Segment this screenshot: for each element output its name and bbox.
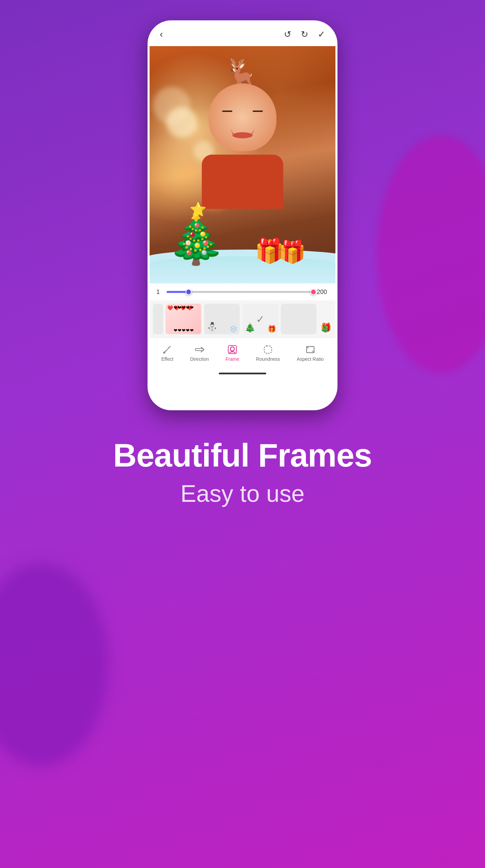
roundness-icon xyxy=(263,344,273,355)
back-button[interactable]: ‹ xyxy=(160,29,163,40)
hearts-row-top: ❤❤❤❤❤ xyxy=(167,305,201,310)
frame-label: Frame xyxy=(226,356,239,362)
svg-point-3 xyxy=(169,347,170,348)
bg-blob-left xyxy=(0,563,109,766)
christmas-tree-sticker: 🎄 xyxy=(167,216,226,263)
bg-blob-right xyxy=(376,136,485,373)
photo-area: 🦌 🎄 ⭐ 🎁 xyxy=(150,46,335,283)
right-eye xyxy=(253,111,263,112)
right-action-icons: ↺ ↻ ✓ xyxy=(284,29,325,40)
sub-title: Easy to use xyxy=(113,480,372,507)
hearts-row-bottom: ❤❤❤❤❤ xyxy=(167,328,201,333)
corner-tree-bottom-left: 🎁 xyxy=(321,322,331,333)
star-icon: ⭐ xyxy=(190,201,207,217)
frame-corner[interactable]: 🎄 🎁 xyxy=(319,304,335,334)
phone-top-bar: ‹ ↺ ↻ ✓ xyxy=(150,22,335,46)
svg-point-6 xyxy=(230,347,234,351)
bottom-toolbar: Effect Direction Frame Roundness xyxy=(150,338,335,368)
undo-button[interactable]: ↺ xyxy=(284,29,291,40)
gift-sticker-2: 🎁 xyxy=(278,239,306,265)
redo-button[interactable]: ↻ xyxy=(301,29,308,40)
text-section: Beautiful Frames Easy to use xyxy=(113,437,372,507)
frame-partial[interactable] xyxy=(153,304,163,334)
toolbar-aspect-ratio[interactable]: Aspect Ratio xyxy=(297,344,324,362)
frame-snowman[interactable]: ⛄ ❄️ xyxy=(204,304,240,334)
snowflake-icon: ❄️ xyxy=(229,325,238,333)
frames-strip: ❤❤❤❤❤ ❤❤❤❤❤ ⛄ ❄️ 🎄 🎁 🎄 🎁 xyxy=(150,300,335,338)
frame-tree-selected[interactable]: 🎄 🎁 xyxy=(242,304,278,334)
slider-start-label: 1 xyxy=(156,289,163,296)
frame-icon xyxy=(227,344,237,355)
aspect-ratio-icon xyxy=(305,344,315,355)
svg-rect-8 xyxy=(264,346,272,353)
aspect-ratio-label: Aspect Ratio xyxy=(297,356,324,362)
body xyxy=(202,155,283,209)
left-eye xyxy=(222,111,232,112)
toolbar-effect[interactable]: Effect xyxy=(161,344,174,362)
direction-label: Direction xyxy=(190,356,209,362)
frame-blank[interactable] xyxy=(281,304,316,334)
effect-icon xyxy=(162,344,172,355)
svg-rect-5 xyxy=(195,349,203,351)
slider-track[interactable] xyxy=(167,291,313,293)
home-indicator xyxy=(219,373,266,374)
timeline-slider[interactable]: 1 200 xyxy=(150,283,335,300)
toolbar-direction[interactable]: Direction xyxy=(190,344,209,362)
toolbar-roundness[interactable]: Roundness xyxy=(256,344,280,362)
phone-mockup: ‹ ↺ ↻ ✓ 🦌 xyxy=(148,20,337,410)
confirm-button[interactable]: ✓ xyxy=(318,29,325,40)
slider-thumb-right[interactable] xyxy=(310,289,316,295)
slider-end-label: 200 xyxy=(317,289,329,296)
face xyxy=(209,83,276,151)
frame-hearts[interactable]: ❤❤❤❤❤ ❤❤❤❤❤ xyxy=(166,304,201,334)
snowman-icon: ⛄ xyxy=(206,322,218,333)
home-bar xyxy=(150,368,335,378)
roundness-label: Roundness xyxy=(256,356,280,362)
main-title: Beautiful Frames xyxy=(113,437,372,473)
toolbar-frame[interactable]: Frame xyxy=(226,344,239,362)
direction-icon xyxy=(194,344,205,355)
gift-icon-small: 🎁 xyxy=(268,325,276,333)
svg-point-2 xyxy=(163,352,165,354)
tree-icon-frame: 🎄 xyxy=(245,322,255,333)
slider-thumb-left[interactable] xyxy=(186,289,192,295)
christmas-overlay: 🎄 ⭐ 🎁 🎁 xyxy=(150,216,335,283)
effect-label: Effect xyxy=(161,356,174,362)
lips xyxy=(232,132,253,138)
